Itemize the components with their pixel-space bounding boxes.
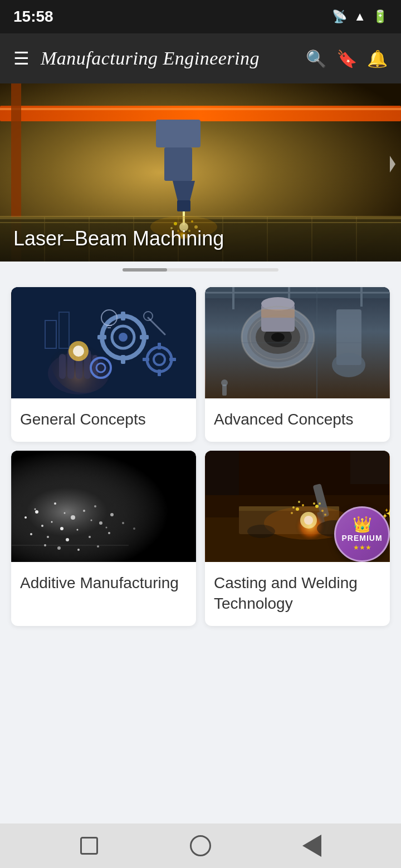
status-icons: 📡 ▲ 🔋	[332, 9, 388, 24]
category-grid: General Concepts	[0, 278, 401, 635]
top-nav: ☰ Manufacturing Engineering 🔍 🔖 🔔	[0, 33, 401, 83]
svg-rect-47	[140, 335, 149, 339]
hero-banner[interactable]: Laser–Beam Machining	[0, 83, 401, 262]
scroll-bar	[123, 268, 278, 272]
nav-actions: 🔍 🔖 🔔	[306, 49, 388, 68]
svg-point-87	[35, 510, 38, 514]
card-general-concepts[interactable]: General Concepts	[11, 287, 196, 442]
svg-point-101	[110, 513, 114, 516]
svg-rect-14	[156, 120, 200, 147]
premium-stars: ★★★	[353, 544, 371, 551]
svg-rect-44	[121, 312, 125, 320]
circle-icon	[190, 835, 211, 856]
wifi-icon: ▲	[354, 9, 366, 24]
svg-rect-52	[143, 358, 149, 361]
hero-overlay: Laser–Beam Machining	[0, 216, 401, 262]
advanced-concepts-label: Advanced Concepts	[205, 398, 390, 442]
card-general-concepts-image	[11, 287, 196, 398]
svg-point-109	[35, 509, 36, 510]
svg-rect-138	[206, 451, 239, 495]
notification-icon[interactable]: 🔔	[367, 49, 388, 68]
additive-manufacturing-label: Additive Manufacturing	[11, 562, 196, 605]
svg-point-73	[271, 333, 285, 342]
svg-point-97	[89, 536, 91, 538]
svg-point-110	[51, 521, 53, 523]
svg-point-112	[77, 529, 79, 531]
svg-rect-51	[158, 369, 161, 376]
search-icon[interactable]: 🔍	[306, 49, 326, 68]
svg-point-134	[319, 502, 321, 505]
svg-rect-34	[59, 354, 66, 379]
svg-point-131	[298, 501, 300, 503]
svg-rect-46	[97, 335, 106, 339]
svg-point-106	[77, 549, 80, 551]
svg-point-43	[119, 333, 128, 342]
svg-point-84	[221, 379, 228, 386]
status-time: 15:58	[13, 8, 53, 26]
svg-rect-2	[0, 108, 401, 110]
card-additive-manufacturing[interactable]: Additive Manufacturing	[11, 451, 196, 626]
svg-point-92	[83, 510, 85, 512]
svg-point-40	[73, 346, 84, 357]
card-advanced-concepts-image	[205, 287, 390, 398]
svg-point-114	[106, 527, 107, 529]
svg-rect-45	[121, 355, 125, 364]
card-additive-manufacturing-image	[11, 451, 196, 562]
status-bar: 15:58 📡 ▲ 🔋	[0, 0, 401, 33]
svg-point-99	[25, 516, 27, 519]
svg-rect-82	[261, 309, 295, 318]
casting-welding-label: Casting and Welding Technology	[205, 562, 390, 626]
svg-point-103	[133, 527, 135, 530]
svg-point-130	[313, 502, 315, 505]
general-concepts-label: General Concepts	[11, 398, 196, 442]
app-title: Manufacturing Engineering	[41, 48, 295, 69]
svg-point-95	[47, 536, 49, 538]
hamburger-menu[interactable]: ☰	[13, 50, 30, 67]
svg-point-107	[97, 545, 99, 548]
svg-point-93	[99, 521, 102, 525]
bookmark-icon[interactable]: 🔖	[336, 49, 357, 68]
bottom-nav	[0, 823, 401, 868]
premium-label: PREMIUM	[341, 534, 382, 542]
svg-point-90	[41, 525, 43, 527]
card-casting-welding-image: 👑 PREMIUM ★★★ ✨	[205, 451, 390, 562]
svg-point-98	[108, 532, 110, 534]
svg-point-111	[64, 512, 66, 514]
svg-point-105	[57, 546, 61, 550]
svg-point-137	[247, 525, 275, 538]
square-icon	[80, 837, 98, 855]
nav-back-button[interactable]	[298, 832, 326, 860]
svg-rect-53	[169, 358, 176, 361]
svg-point-94	[30, 533, 32, 535]
card-advanced-concepts[interactable]: Advanced Concepts	[205, 287, 390, 442]
svg-point-100	[94, 505, 96, 507]
card-casting-welding[interactable]: 👑 PREMIUM ★★★ ✨ Casting and Welding Tech…	[205, 451, 390, 626]
svg-rect-17	[177, 200, 190, 211]
scroll-active	[123, 268, 167, 272]
sparkle-icon: ✨	[382, 507, 390, 520]
back-icon	[302, 835, 321, 857]
svg-rect-139	[350, 451, 389, 484]
premium-badge: 👑 PREMIUM ★★★ ✨	[334, 506, 390, 562]
svg-point-102	[122, 522, 124, 524]
svg-rect-50	[158, 343, 161, 349]
svg-point-91	[60, 527, 63, 530]
svg-point-88	[54, 502, 56, 505]
signal-icon: 📡	[332, 9, 347, 24]
svg-point-89	[71, 515, 75, 520]
nav-circle-button[interactable]	[187, 832, 214, 860]
scroll-indicator	[0, 262, 401, 278]
svg-rect-15	[164, 147, 192, 181]
premium-crown-icon: 👑	[353, 517, 372, 532]
svg-point-113	[91, 520, 92, 521]
svg-point-96	[66, 538, 69, 541]
battery-icon: 🔋	[373, 9, 388, 24]
svg-point-126	[302, 504, 304, 506]
svg-point-79	[332, 353, 365, 377]
hero-title: Laser–Beam Machining	[13, 227, 224, 250]
nav-square-button[interactable]	[75, 832, 103, 860]
